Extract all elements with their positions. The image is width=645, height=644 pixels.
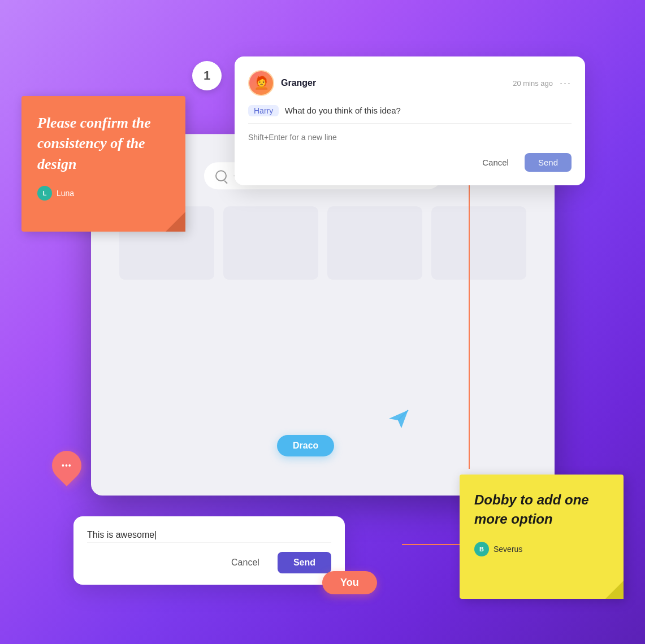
reply-send-button[interactable]: Send: [525, 153, 572, 172]
chat-actions: Cancel Send: [87, 552, 331, 573]
you-label: You: [340, 577, 359, 588]
reply-cancel-button[interactable]: Cancel: [473, 153, 518, 172]
grid-block-3: [327, 206, 422, 280]
draco-label: Draco: [293, 441, 318, 451]
message-text: What do you think of this idea?: [285, 106, 401, 115]
author-name-luna: Luna: [57, 189, 74, 198]
reply-card-header: 🧑‍🦰 Granger 20 mins ago ···: [248, 70, 572, 96]
dots-icon: •••: [62, 462, 72, 469]
grid-block-4: [431, 206, 526, 280]
sticky-author-yellow: B Severus: [474, 542, 609, 556]
avatar-emoji: 🧑‍🦰: [254, 76, 269, 90]
sticky-note-orange-text: Please confirm the consistency of the de…: [37, 113, 170, 175]
author-avatar-luna: L: [37, 186, 52, 201]
number-badge: 1: [192, 61, 222, 90]
chat-cancel-button[interactable]: Cancel: [222, 552, 269, 573]
sender-name: Granger: [281, 78, 506, 88]
author-name-severus: Severus: [494, 545, 522, 554]
badge-value: 1: [204, 68, 210, 83]
draco-pill: Draco: [277, 435, 334, 456]
reply-card: 🧑‍🦰 Granger 20 mins ago ··· Harry What d…: [235, 56, 585, 185]
reply-actions: Cancel Send: [248, 153, 572, 172]
you-pill: You: [322, 571, 377, 594]
sender-avatar: 🧑‍🦰: [248, 70, 274, 96]
location-pin: •••: [46, 445, 88, 486]
sticky-note-yellow-text: Dobby to add one more option: [474, 490, 609, 528]
reply-input[interactable]: [248, 123, 572, 146]
chat-input-text[interactable]: This is awesome|: [87, 528, 331, 543]
grid-block-2: [223, 206, 318, 280]
mention-tag: Harry: [248, 105, 279, 116]
message-body: Harry What do you think of this idea?: [248, 105, 572, 116]
sticky-note-orange: Please confirm the consistency of the de…: [21, 96, 185, 232]
message-timestamp: 20 mins ago: [513, 79, 553, 88]
sticky-author-orange: L Luna: [37, 186, 170, 201]
author-avatar-severus: B: [474, 542, 489, 556]
search-icon: [215, 170, 227, 181]
chat-card: This is awesome| Cancel Send: [73, 516, 345, 585]
location-pin-inner: •••: [62, 462, 72, 469]
more-options-icon[interactable]: ···: [560, 77, 572, 89]
sticky-note-yellow: Dobby to add one more option B Severus: [460, 475, 624, 599]
paper-plane-icon: [384, 404, 413, 435]
chat-send-button[interactable]: Send: [278, 552, 331, 573]
